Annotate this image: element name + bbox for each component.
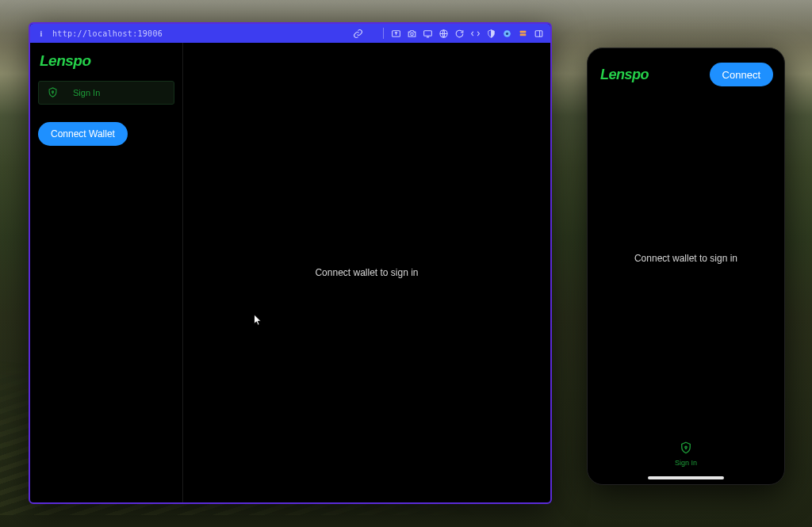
mobile-frame: Lenspo Connect Connect wallet to sign in… (587, 48, 785, 485)
home-indicator[interactable] (648, 476, 724, 479)
svg-rect-7 (520, 33, 527, 36)
upload-icon[interactable] (391, 29, 401, 39)
globe-icon[interactable] (439, 29, 449, 39)
main-message: Connect wallet to sign in (315, 267, 418, 278)
mobile-header: Lenspo Connect (588, 48, 784, 93)
mobile-main-message: Connect wallet to sign in (634, 253, 737, 264)
mobile-bottom-nav: Sign In (588, 441, 784, 467)
refresh-icon[interactable] (454, 29, 465, 39)
sync-icon[interactable] (470, 29, 481, 39)
main-content: Connect wallet to sign in (183, 43, 550, 502)
sidebar-item-signin[interactable]: Sign In (38, 81, 174, 105)
app-root-desktop: Lenspo Sign In Connect Wallet Connect wa… (30, 43, 550, 502)
sidebar: Lenspo Sign In Connect Wallet (30, 43, 183, 502)
link-icon[interactable] (353, 29, 363, 39)
svg-point-5 (506, 32, 508, 34)
connect-wallet-button[interactable]: Connect Wallet (38, 122, 128, 146)
disc-icon[interactable] (502, 29, 512, 39)
mobile-nav-signin-label[interactable]: Sign In (675, 459, 697, 467)
mobile-main-content: Connect wallet to sign in (588, 96, 784, 421)
browser-toolbar-icons (353, 28, 544, 39)
svg-rect-8 (535, 30, 542, 36)
sidebar-signin-label: Sign In (73, 88, 100, 97)
svg-rect-2 (424, 30, 432, 36)
site-info-icon[interactable]: i (36, 29, 46, 38)
browser-urlbar: i http://localhost:19006 (30, 24, 550, 43)
toolbar-separator (383, 28, 384, 39)
stack-icon[interactable] (518, 29, 528, 39)
brand-logo[interactable]: Lenspo (38, 52, 174, 70)
svg-point-1 (411, 32, 413, 35)
camera-icon[interactable] (407, 29, 417, 39)
mobile-connect-button[interactable]: Connect (710, 63, 773, 86)
svg-point-10 (685, 446, 687, 448)
svg-rect-6 (520, 30, 527, 32)
shield-lock-icon[interactable] (679, 441, 693, 456)
shield-half-icon[interactable] (486, 29, 496, 39)
panel-icon[interactable] (534, 29, 544, 39)
mobile-brand-logo[interactable]: Lenspo (599, 67, 649, 83)
url-text[interactable]: http://localhost:19006 (52, 29, 163, 38)
svg-point-9 (52, 90, 54, 92)
shield-lock-icon (47, 86, 59, 100)
browser-window: i http://localhost:19006 Lenspo (29, 22, 552, 504)
screen-icon[interactable] (423, 29, 433, 39)
